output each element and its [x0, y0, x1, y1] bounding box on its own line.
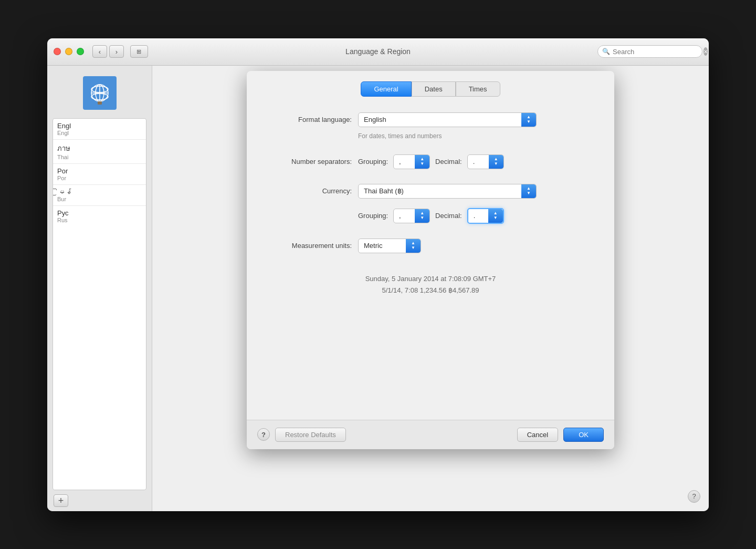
language-list: Engl Engl ภาษ Thai Por Por မြန် Bur Рус [52, 118, 146, 490]
window-title: Language & Region [345, 47, 411, 56]
ok-button[interactable]: OK [563, 428, 604, 442]
currency-decimal-dropdown[interactable]: . ▲ ▼ [467, 208, 504, 224]
form-section: Format language: English ▲ ▼ [268, 112, 593, 409]
sidebar-icon-area [47, 76, 152, 110]
svg-rect-7 [98, 101, 102, 105]
currency-decimal-label: Decimal: [435, 212, 462, 220]
currency-value: Thai Baht (฿) [359, 184, 521, 198]
list-item[interactable]: မြန် Bur [53, 185, 146, 206]
measurement-row: Measurement units: Metric ▲ ▼ [268, 239, 593, 253]
back-button[interactable]: ‹ [92, 45, 107, 58]
item-name: မြန် [57, 188, 142, 196]
arrow-up-icon: ▲ [527, 115, 531, 119]
currency-decimal-value: . [468, 209, 488, 223]
main-content: Engl Engl ภาษ Thai Por Por မြန် Bur Рус [47, 66, 709, 511]
arrow-up-icon: ▲ [494, 211, 498, 215]
forward-button[interactable]: › [109, 45, 124, 58]
item-sub: Thai [57, 154, 142, 160]
format-language-label: Format language: [268, 116, 352, 123]
currency-decimal-arrows: ▲ ▼ [488, 209, 503, 223]
grouping-value: , [394, 155, 415, 169]
nav-buttons: ‹ › ⊞ [92, 45, 148, 58]
sidebar: Engl Engl ภาษ Thai Por Por မြန် Bur Рус [47, 66, 152, 511]
item-name: Engl [57, 122, 142, 130]
modal-footer: ? Restore Defaults Cancel OK [247, 420, 614, 449]
arrow-down-icon: ▼ [527, 120, 531, 124]
back-icon: ‹ [99, 48, 101, 56]
search-input[interactable] [613, 48, 701, 56]
item-name: ภาษ [57, 143, 142, 154]
grid-icon: ⊞ [136, 48, 142, 55]
titlebar: ‹ › ⊞ Language & Region 🔍 ✕ [47, 38, 709, 66]
arrow-down-icon: ▼ [494, 162, 498, 166]
arrow-up-icon: ▲ [411, 241, 415, 245]
modal-body: General Dates Times Format language: Eng… [247, 71, 614, 420]
list-item[interactable]: ภาษ Thai [53, 140, 146, 164]
decimal-label: Decimal: [435, 158, 462, 165]
currency-grouping-label: Grouping: [358, 212, 388, 220]
minimize-button[interactable] [65, 48, 72, 55]
format-language-row: Format language: English ▲ ▼ [268, 112, 593, 127]
grouping-arrows: ▲ ▼ [415, 155, 429, 169]
list-item[interactable]: Рус Rus [53, 206, 146, 226]
currency-separators-fields: Grouping: , ▲ ▼ Decimal: [358, 208, 504, 224]
format-language-hint: For dates, times and numbers [358, 132, 593, 140]
arrow-down-icon: ▼ [420, 216, 424, 220]
item-name: Рус [57, 209, 142, 217]
tabs-bar: General Dates Times [268, 81, 593, 97]
measurement-label: Measurement units: [268, 242, 352, 250]
measurement-value: Metric [359, 239, 406, 253]
language-region-dialog: General Dates Times Format language: Eng… [247, 71, 614, 449]
traffic-lights [54, 48, 84, 55]
decimal-arrows: ▲ ▼ [489, 155, 503, 169]
search-clear-button[interactable]: ✕ [704, 47, 708, 56]
preview-line1: Sunday, 5 January 2014 at 7:08:09 GMT+7 [268, 273, 593, 285]
flag-icon [83, 76, 117, 110]
add-language-button[interactable]: + [54, 494, 68, 507]
currency-grouping-value: , [394, 209, 415, 223]
list-item[interactable]: Por Por [53, 164, 146, 185]
item-sub: Por [57, 175, 142, 181]
close-button[interactable] [54, 48, 61, 55]
arrow-up-icon: ▲ [420, 157, 424, 161]
measurement-dropdown[interactable]: Metric ▲ ▼ [358, 239, 421, 253]
main-window: ‹ › ⊞ Language & Region 🔍 ✕ [47, 38, 709, 511]
number-separators-row: Number separators: Grouping: , ▲ ▼ [268, 154, 593, 169]
number-separators-fields: Grouping: , ▲ ▼ Decimal: [358, 154, 504, 169]
format-language-dropdown[interactable]: English ▲ ▼ [358, 112, 537, 127]
currency-row: Currency: Thai Baht (฿) ▲ ▼ [268, 184, 593, 199]
currency-grouping-arrows: ▲ ▼ [415, 209, 429, 223]
format-language-value: English [359, 113, 521, 127]
number-separators-label: Number separators: [268, 158, 352, 165]
currency-arrows: ▲ ▼ [521, 184, 536, 198]
currency-dropdown[interactable]: Thai Baht (฿) ▲ ▼ [358, 184, 537, 199]
restore-defaults-button[interactable]: Restore Defaults [275, 428, 346, 442]
maximize-button[interactable] [77, 48, 84, 55]
forward-icon: › [116, 48, 118, 56]
cancel-button[interactable]: Cancel [517, 428, 558, 442]
arrow-down-icon: ▼ [494, 216, 498, 220]
arrow-down-icon: ▼ [420, 162, 424, 166]
arrow-down-icon: ▼ [411, 246, 415, 250]
item-sub: Bur [57, 196, 142, 202]
tab-general[interactable]: General [361, 81, 411, 97]
tab-dates[interactable]: Dates [412, 81, 456, 97]
search-box[interactable]: 🔍 ✕ [597, 45, 702, 58]
grid-button[interactable]: ⊞ [130, 45, 148, 58]
dialog-help-button[interactable]: ? [257, 428, 270, 441]
currency-label: Currency: [268, 187, 352, 195]
item-sub: Engl [57, 130, 142, 136]
measurement-arrows: ▲ ▼ [406, 239, 421, 253]
grouping-dropdown[interactable]: , ▲ ▼ [393, 154, 430, 169]
list-item[interactable]: Engl Engl [53, 119, 146, 140]
arrow-down-icon: ▼ [527, 191, 531, 195]
currency-grouping-dropdown[interactable]: , ▲ ▼ [393, 209, 430, 223]
format-language-arrows: ▲ ▼ [521, 113, 536, 127]
currency-separators-row: Grouping: , ▲ ▼ Decimal: [268, 208, 593, 224]
add-icon: + [58, 496, 64, 505]
preview-area: Sunday, 5 January 2014 at 7:08:09 GMT+7 … [268, 273, 593, 296]
preview-line2: 5/1/14, 7:08 1,234.56 ฿4,567.89 [268, 285, 593, 296]
decimal-dropdown[interactable]: . ▲ ▼ [467, 154, 504, 169]
tab-times[interactable]: Times [456, 81, 500, 97]
right-panel: ? General Dates Times [152, 66, 709, 511]
